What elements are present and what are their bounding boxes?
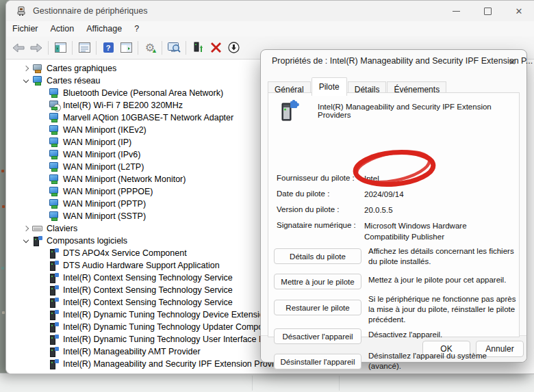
tree-item-label: WAN Miniport (L2TP) [63, 162, 144, 172]
tree-item-label: Intel(R) Manageability AMT Provider [63, 347, 201, 356]
network-adapter-icon [49, 187, 59, 196]
tree-item-label: Claviers [47, 224, 77, 233]
desktop-speck [2, 311, 5, 314]
tree-item-label: Intel(R) Dynamic Tuning Technology Updat… [63, 322, 268, 332]
toolbar-separator [48, 41, 49, 55]
tree-item-label: DTS APO4x Service Component [63, 248, 187, 258]
close-icon: ✕ [509, 57, 516, 67]
device-manager-app-icon [16, 5, 27, 16]
desktop-speck [2, 205, 5, 208]
network-adapter-icon [49, 138, 59, 147]
uninstall-device-icon[interactable] [208, 40, 223, 55]
software-component-icon [49, 310, 59, 319]
background-window-strip [0, 373, 534, 392]
chevron-down-icon[interactable] [20, 80, 32, 82]
desktop-speck [1, 170, 4, 172]
disable-device-icon[interactable] [226, 40, 241, 55]
software-component-icon [49, 248, 59, 258]
software-component-icon [49, 261, 59, 270]
tree-item-label: Intel(R) Context Sensing Technology Serv… [63, 298, 233, 307]
software-component-icon [49, 347, 59, 356]
tab-pilote[interactable]: Pilote [312, 77, 347, 96]
menu-help[interactable]: ? [128, 24, 145, 34]
field-label-fournisseur: Fournisseur du pilote : [277, 174, 355, 182]
tree-item-label: Cartes graphiques [47, 64, 116, 73]
field-value-version: 20.0.5.5 [364, 205, 513, 216]
software-component-icon [49, 298, 59, 307]
dialog-close-button[interactable]: ✕ [506, 55, 518, 68]
network-adapter-icon [32, 76, 42, 86]
maximize-icon [484, 8, 492, 15]
toolbar-separator [186, 41, 186, 55]
tree-item-label: Bluetooth Device (Personal Area Network) [63, 88, 223, 98]
software-component-icon [49, 359, 59, 369]
update-driver-icon[interactable] [190, 40, 205, 55]
tree-item-label: WAN Miniport (Network Monitor) [63, 174, 186, 184]
software-component-icon [32, 236, 42, 246]
arrow-up-icon: ▲ [151, 48, 157, 54]
update-driver-button[interactable]: Mettre à jour le pilote [274, 274, 361, 289]
network-adapter-icon [49, 113, 59, 122]
field-label-version: Version du pilote : [277, 205, 339, 213]
close-button[interactable]: ✕ [503, 1, 534, 21]
uninstall-device-button[interactable]: Désinstaller l'appareil [274, 354, 361, 369]
remote-search-icon[interactable] [166, 40, 181, 55]
minimize-icon [453, 11, 460, 12]
menu-affichage[interactable]: Affichage [80, 24, 128, 34]
tree-item-label: Intel(R) Context Sensing Technology Serv… [63, 273, 233, 283]
chevron-right-icon[interactable] [20, 66, 32, 70]
scan-hardware-changes-icon[interactable]: ⚙ ▲ [142, 40, 157, 55]
network-adapter-icon [49, 211, 59, 221]
forward-icon[interactable] [29, 40, 44, 55]
tree-item-label: Cartes réseau [47, 76, 101, 86]
minimize-button[interactable] [440, 1, 472, 21]
properties-icon[interactable] [77, 40, 92, 55]
tree-item-label: DTS Audio Hardware Support Application [63, 261, 220, 270]
properties-dialog: Propriétés de : Intel(R) Manageability a… [260, 49, 527, 363]
tree-item-label: Intel(R) Manageability and Security IPF … [63, 359, 290, 369]
tree-item-label: Intel(R) Dynamic Tuning Technology Devic… [63, 310, 274, 319]
title-bar: Gestionnaire de périphériques ✕ [6, 1, 534, 21]
disable-device-button[interactable]: Désactiver l'appareil [274, 328, 361, 344]
question-mark-icon: ? [103, 42, 114, 53]
window-title: Gestionnaire de périphériques [33, 6, 147, 16]
driver-details-button[interactable]: Détails du pilote [274, 248, 361, 264]
device-name: Intel(R) Manageability and Security IPF … [318, 103, 523, 119]
toolbar-separator [72, 41, 73, 55]
dialog-title-bar: Propriétés de : Intel(R) Manageability a… [261, 50, 526, 72]
uninstall-device-description: Désinstallez l'appareil du système (avan… [368, 351, 516, 371]
tree-item-label: Intel(R) Dynamic Tuning Technology User … [63, 335, 276, 344]
show-console-tree-icon[interactable] [53, 40, 68, 55]
maximize-button[interactable] [472, 1, 503, 21]
chevron-down-icon[interactable] [20, 240, 32, 242]
software-component-icon [49, 335, 59, 344]
tree-item-label: WAN Miniport (SSTP) [63, 211, 146, 221]
display-adapter-icon [32, 64, 42, 73]
field-label-signataire: Signataire numérique : [277, 221, 356, 229]
field-value-date: 2024/09/14 [364, 190, 513, 200]
show-action-pane-icon[interactable] [118, 40, 134, 55]
software-component-icon [49, 273, 59, 283]
network-adapter-icon [49, 174, 59, 184]
tree-item-label: WAN Miniport (IKEv2) [63, 125, 147, 135]
desktop-speck [1, 267, 4, 270]
dialog-title: Propriétés de : Intel(R) Manageability a… [272, 56, 533, 66]
help-icon[interactable]: ? [101, 40, 116, 55]
menu-bar: Fichier Action Affichage ? [6, 21, 534, 36]
chevron-right-icon[interactable] [20, 226, 32, 231]
driver-tab-panel: Intel(R) Manageability and Security IPF … [268, 92, 520, 337]
network-adapter-icon [49, 88, 59, 98]
back-icon[interactable] [11, 40, 26, 55]
menu-fichier[interactable]: Fichier [6, 24, 44, 34]
roll-back-driver-button[interactable]: Restaurer le pilote [274, 300, 361, 315]
tree-item-label: Composants logiciels [47, 236, 127, 246]
tree-item-label: Marvell AQtion 10GBASE-T Network Adapter [63, 113, 233, 122]
toolbar-separator [138, 41, 138, 55]
network-adapter-icon [49, 162, 59, 172]
tree-item-label: WAN Miniport (IP) [63, 138, 131, 147]
menu-action[interactable]: Action [44, 24, 81, 34]
roll-back-driver-description: Si le périphérique ne fonctionne pas apr… [368, 294, 516, 325]
close-icon: ✕ [516, 7, 523, 16]
field-label-date: Date du pilote : [277, 190, 329, 198]
network-adapter-icon [49, 199, 59, 209]
